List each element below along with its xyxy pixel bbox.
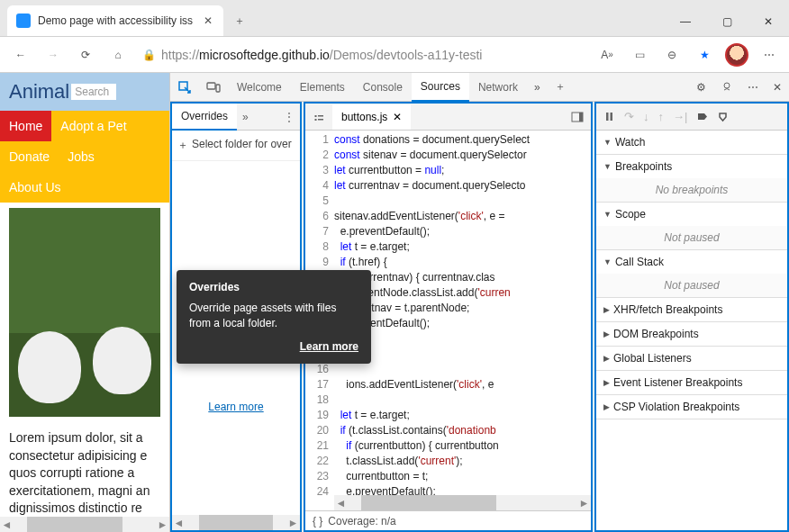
nav-adopt[interactable]: Adopt a Pet [51,111,135,141]
step-over-button[interactable]: ↷ [624,110,634,123]
section-header[interactable]: ▶DOM Breakpoints [596,322,787,346]
url-field[interactable]: 🔒 https://microsoftedge.github.io/Demos/… [135,41,591,68]
section-title: Event Listener Breakpoints [613,376,742,389]
more-menu-icon[interactable]: ⋯ [755,41,784,69]
debugger-panel: ↷ ↓ ↑ →| ▼Watch ▼BreakpointsNo breakpoin… [594,102,789,532]
svg-rect-10 [606,113,609,121]
disclosure-arrow-icon: ▼ [603,138,612,147]
new-tab-button[interactable]: ＋ [223,6,256,36]
device-toggle-icon[interactable] [199,80,228,95]
section-header[interactable]: ▶Global Listeners [596,347,787,370]
section-body: Not paused [596,226,787,249]
section-header[interactable]: ▶CSP Violation Breakpoints [596,395,787,419]
maximize-button[interactable]: ▢ [706,7,748,36]
section-header[interactable]: ▼Watch [596,131,787,154]
pause-button[interactable] [603,111,615,122]
editor-scrollbar[interactable]: ◄► [334,495,591,510]
coverage-braces[interactable]: { } [313,515,322,527]
section-csp-violation-breakpoints: ▶CSP Violation Breakpoints [596,395,787,419]
body-text: Lorem ipsum dolor, sit a consectetur adi… [0,422,169,525]
select-folder-label: Select folder for over [192,138,292,153]
profile-avatar[interactable] [722,41,751,69]
svg-rect-5 [315,119,317,121]
tooltip-body: Override page assets with files from a l… [189,301,358,331]
feedback-icon[interactable] [713,81,740,94]
back-button[interactable]: ← [5,41,36,69]
tab-title: Demo page with accessibility iss [38,14,195,27]
coverage-label: Coverage: n/a [328,515,395,527]
tab-elements[interactable]: Elements [291,74,354,101]
step-button[interactable]: →| [673,110,687,123]
disclosure-arrow-icon: ▶ [603,378,610,387]
close-window-button[interactable]: ✕ [748,7,789,36]
svg-rect-6 [318,115,323,117]
section-header[interactable]: ▶Event Listener Breakpoints [596,371,787,394]
section-title: XHR/fetch Breakpoints [613,303,722,316]
close-tab-icon[interactable]: ✕ [202,13,214,29]
code-content[interactable]: const donations = document.querySelectco… [334,131,591,495]
inspect-icon[interactable] [170,80,199,95]
forward-button[interactable]: → [38,41,68,69]
site-favicon [16,14,31,28]
reading-mode-icon[interactable]: A» [593,41,621,69]
file-tab-buttons[interactable]: buttons.js ✕ [332,104,411,130]
editor-tabs: buttons.js ✕ [305,104,591,131]
step-out-button[interactable]: ↑ [658,110,665,123]
url-text: https://microsoftedge.github.io/Demos/de… [161,48,482,62]
section-title: Breakpoints [615,160,672,173]
search-input[interactable]: Search [71,84,116,100]
favorite-icon[interactable]: ★ [690,41,719,69]
customize-icon[interactable]: ⋯ [740,81,766,94]
more-tabs-icon[interactable]: » [527,81,548,94]
refresh-button[interactable]: ⟳ [70,41,101,69]
coverage-bar: { } Coverage: n/a [305,510,591,530]
select-folder-button[interactable]: ＋ Select folder for over [172,131,300,161]
deactivate-breakpoints-button[interactable] [696,111,708,122]
close-devtools-icon[interactable]: ✕ [766,81,789,94]
minimize-button[interactable]: ― [665,7,706,36]
file-tab-label: buttons.js [341,111,387,123]
tooltip-learn-more-link[interactable]: Learn more [189,340,358,353]
section-title: Global Listeners [613,352,692,365]
new-tab-icon[interactable]: ＋ [548,79,573,95]
close-file-icon[interactable]: ✕ [393,111,402,123]
disclosure-arrow-icon: ▼ [603,162,612,171]
pause-exceptions-button[interactable] [717,111,729,122]
disclosure-arrow-icon: ▶ [603,402,610,411]
tab-sources[interactable]: Sources [412,73,469,102]
more-navigator-tabs-icon[interactable]: » [237,111,254,123]
page-horizontal-scrollbar[interactable]: ◄► [0,517,169,532]
immersive-reader-icon[interactable]: ▭ [625,41,654,69]
section-body: No breakpoints [596,178,787,202]
home-button[interactable]: ⌂ [103,41,133,69]
svg-rect-1 [207,83,215,89]
nav-jobs[interactable]: Jobs [59,141,104,172]
toggle-sidebar-icon[interactable] [564,111,591,123]
browser-tab[interactable]: Demo page with accessibility iss ✕ [7,5,223,36]
navigator-scrollbar[interactable]: ◄► [172,515,300,530]
nav-donate[interactable]: Donate [0,141,59,172]
section-header[interactable]: ▼Breakpoints [596,155,787,178]
settings-icon[interactable]: ⚙ [689,81,713,94]
svg-rect-9 [579,113,583,122]
tab-network[interactable]: Network [469,74,527,101]
tab-welcome[interactable]: Welcome [228,74,291,101]
section-title: Call Stack [615,256,664,268]
tab-overrides[interactable]: Overrides [172,104,237,131]
nav-home[interactable]: Home [0,111,51,141]
section-header[interactable]: ▶XHR/fetch Breakpoints [596,298,787,321]
page-title: Animal [9,80,69,104]
nav-about[interactable]: About Us [0,172,70,203]
disclosure-arrow-icon: ▶ [603,329,610,338]
svg-rect-7 [318,119,323,121]
navigator-menu-icon[interactable]: ⋮ [278,111,300,123]
step-into-button[interactable]: ↓ [643,110,649,123]
section-header[interactable]: ▼Scope [596,203,787,226]
section-body: Not paused [596,274,787,297]
zoom-icon[interactable]: ⊖ [658,41,686,69]
section-header[interactable]: ▼Call Stack [596,250,787,274]
learn-more-link[interactable]: Learn more [172,392,300,422]
file-menu-icon[interactable] [305,111,332,123]
tab-console[interactable]: Console [354,74,412,101]
page-nav: Home Adopt a Pet Donate Jobs About Us [0,111,169,203]
